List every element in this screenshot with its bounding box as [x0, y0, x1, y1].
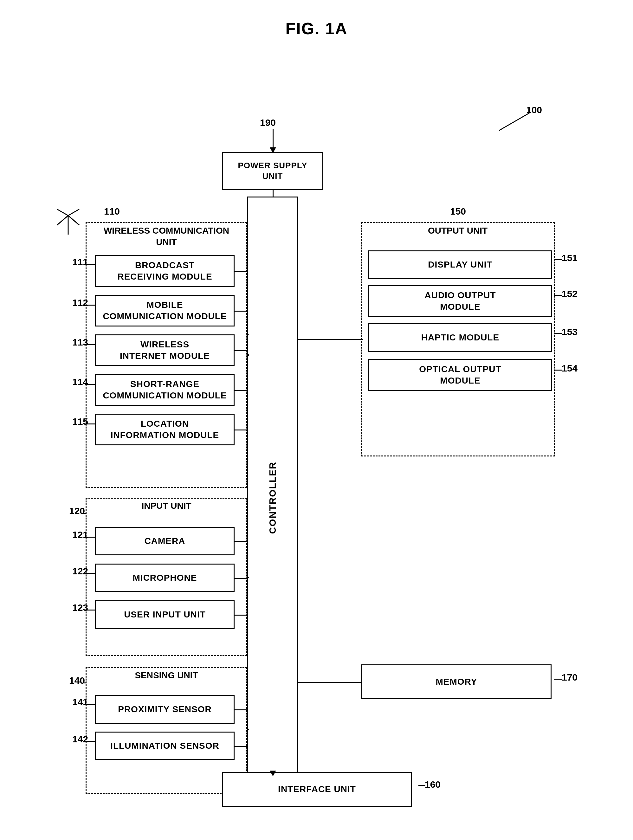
wireless-comm-label: WIRELESS COMMUNICATION UNIT [97, 225, 236, 248]
display-box: DISPLAY UNIT [368, 250, 552, 279]
ref-154: 154 [562, 363, 578, 374]
ref-113: 113 [72, 337, 88, 348]
broadcast-box: BROADCAST RECEIVING MODULE [95, 255, 235, 287]
ref-115: 115 [72, 416, 88, 427]
ref-152: 152 [562, 289, 578, 299]
fig-title: FIG. 1A [25, 19, 608, 38]
location-info-box: LOCATION INFORMATION MODULE [95, 414, 235, 445]
memory-box: MEMORY [361, 665, 551, 699]
ref-190: 190 [260, 117, 276, 128]
ref-114: 114 [72, 377, 88, 387]
ref-150: 150 [450, 206, 466, 217]
mobile-comm-box: MOBILE COMMUNICATION MODULE [95, 295, 235, 327]
ref-111: 111 [72, 257, 88, 268]
wireless-internet-box: WIRELESS INTERNET MODULE [95, 335, 235, 366]
ref-153: 153 [562, 327, 578, 337]
interface-box: INTERFACE UNIT [222, 772, 412, 807]
ref-160: 160 [425, 779, 440, 790]
svg-line-2 [68, 216, 79, 225]
ref-151: 151 [562, 253, 578, 264]
svg-line-3 [57, 209, 68, 216]
microphone-box: MICROPHONE [95, 564, 235, 592]
ref-170: 170 [562, 672, 578, 683]
power-supply-box: POWER SUPPLY UNIT [222, 152, 323, 190]
ref-141: 141 [72, 697, 88, 707]
sensing-unit-label: SENSING UNIT [97, 670, 236, 681]
illumination-box: ILLUMINATION SENSOR [95, 732, 235, 760]
svg-line-1 [57, 216, 68, 225]
haptic-box: HAPTIC MODULE [368, 323, 552, 352]
svg-line-4 [68, 209, 79, 216]
ref-110: 110 [104, 206, 120, 217]
camera-box: CAMERA [95, 527, 235, 555]
diagram: 100 190 POWER SUPPLY UNIT 180 CONTROLLER… [25, 63, 608, 818]
output-unit-label: OUTPUT UNIT [363, 225, 552, 237]
ref-121: 121 [72, 529, 88, 540]
audio-output-box: AUDIO OUTPUT MODULE [368, 285, 552, 317]
ref-140: 140 [69, 675, 85, 686]
ref-112: 112 [72, 297, 88, 308]
ref-123: 123 [72, 602, 88, 613]
short-range-box: SHORT-RANGE COMMUNICATION MODULE [95, 374, 235, 406]
ref-122: 122 [72, 566, 88, 576]
proximity-box: PROXIMITY SENSOR [95, 695, 235, 724]
ref-120: 120 [69, 505, 85, 516]
input-unit-label: INPUT UNIT [97, 500, 236, 512]
controller-text: CONTROLLER [267, 461, 278, 534]
user-input-box: USER INPUT UNIT [95, 600, 235, 629]
optical-output-box: OPTICAL OUTPUT MODULE [368, 359, 552, 391]
ref-142: 142 [72, 734, 88, 745]
antenna-icon [55, 206, 81, 235]
